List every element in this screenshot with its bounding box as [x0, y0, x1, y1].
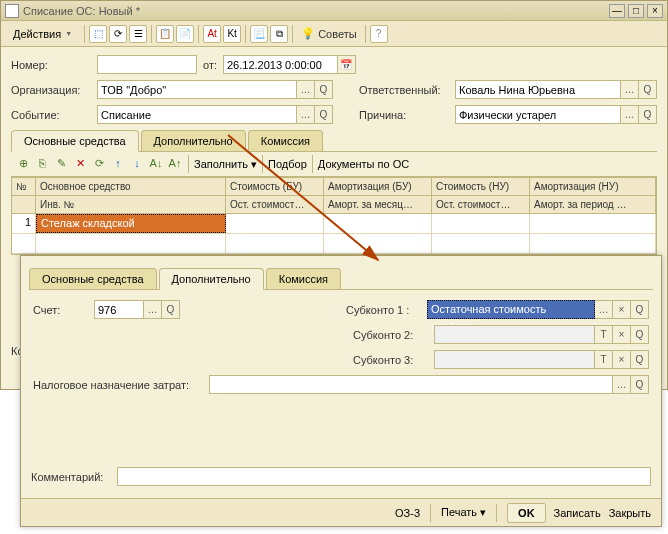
sub-comment-label: Комментарий: [31, 471, 111, 483]
tab-additional[interactable]: Дополнительно [141, 130, 246, 151]
col-num[interactable]: № [12, 178, 36, 195]
sub-tab-main[interactable]: Основные средства [29, 268, 157, 289]
dropdown-icon[interactable]: … [621, 80, 639, 99]
event-label: Событие: [11, 109, 91, 121]
reason-label: Причина: [359, 109, 449, 121]
ok-button[interactable]: OK [507, 503, 546, 523]
col-st-bu[interactable]: Стоимость (БУ) [226, 178, 324, 195]
tax-input[interactable] [209, 375, 613, 394]
sub-tab-additional[interactable]: Дополнительно [159, 268, 264, 290]
col-inv[interactable]: Инв. № [36, 196, 226, 213]
up-icon[interactable]: ↑ [110, 156, 126, 172]
clear-icon[interactable]: × [613, 325, 631, 344]
sort-desc-icon[interactable]: A↑ [167, 156, 183, 172]
col-ost-bu[interactable]: Ост. стоимост… [226, 196, 324, 213]
window-title: Списание ОС: Новый * [23, 5, 609, 17]
toolbar-icon[interactable]: Kt [223, 25, 241, 43]
sk3-input[interactable] [434, 350, 595, 369]
add-icon[interactable]: ⊕ [15, 156, 31, 172]
clear-icon[interactable]: × [613, 350, 631, 369]
event-input[interactable] [97, 105, 297, 124]
toolbar-icon[interactable]: 📃 [250, 25, 268, 43]
text-icon[interactable]: T [595, 350, 613, 369]
tips-link[interactable]: 💡Советы [297, 25, 360, 42]
dropdown-icon[interactable]: … [144, 300, 162, 319]
pick-link[interactable]: Подбор [268, 158, 307, 170]
col-os[interactable]: Основное средство [36, 178, 226, 195]
account-label: Счет: [33, 304, 88, 316]
oz-link[interactable]: ОЗ-3 [395, 507, 420, 519]
sk2-input[interactable] [434, 325, 595, 344]
toolbar-icon[interactable]: ☰ [129, 25, 147, 43]
toolbar-icon[interactable]: 📄 [176, 25, 194, 43]
from-label: от: [203, 59, 217, 71]
search-icon[interactable]: Q [631, 300, 649, 319]
account-input[interactable] [94, 300, 144, 319]
reason-input[interactable] [455, 105, 621, 124]
print-menu[interactable]: Печать ▾ [441, 506, 486, 519]
fill-menu[interactable]: Заполнить ▾ [194, 158, 257, 171]
sub-comment-input[interactable] [117, 467, 651, 486]
docs-link[interactable]: Документы по ОС [318, 158, 409, 170]
save-button[interactable]: Записать [554, 507, 601, 519]
search-icon[interactable]: Q [162, 300, 180, 319]
sub-tab-commission[interactable]: Комиссия [266, 268, 341, 289]
tab-commission[interactable]: Комиссия [248, 130, 323, 151]
search-icon[interactable]: Q [639, 80, 657, 99]
resp-label: Ответственный: [359, 84, 449, 96]
number-input[interactable] [97, 55, 197, 74]
refresh-icon[interactable]: ⟳ [91, 156, 107, 172]
main-grid[interactable]: № Основное средство Стоимость (БУ) Аморт… [11, 177, 657, 255]
search-icon[interactable]: Q [631, 325, 649, 344]
sort-asc-icon[interactable]: A↓ [148, 156, 164, 172]
text-icon[interactable]: T [595, 325, 613, 344]
table-row[interactable] [12, 234, 656, 254]
org-input[interactable] [97, 80, 297, 99]
down-icon[interactable]: ↓ [129, 156, 145, 172]
col-st-nu[interactable]: Стоимость (НУ) [432, 178, 530, 195]
col-am-nu[interactable]: Амортизация (НУ) [530, 178, 656, 195]
number-label: Номер: [11, 59, 91, 71]
search-icon[interactable]: Q [315, 105, 333, 124]
toolbar-icon[interactable]: ⬚ [89, 25, 107, 43]
search-icon[interactable]: Q [631, 375, 649, 394]
dropdown-icon[interactable]: … [621, 105, 639, 124]
help-icon[interactable]: ? [370, 25, 388, 43]
toolbar-icon[interactable]: ⟳ [109, 25, 127, 43]
tax-label: Налоговое назначение затрат: [33, 379, 203, 391]
edit-icon[interactable]: ✎ [53, 156, 69, 172]
close-button[interactable]: Закрыть [609, 507, 651, 519]
col-am-bu[interactable]: Амортизация (БУ) [324, 178, 432, 195]
col-ost-nu[interactable]: Ост. стоимост… [432, 196, 530, 213]
search-icon[interactable]: Q [631, 350, 649, 369]
search-icon[interactable]: Q [639, 105, 657, 124]
actions-menu[interactable]: Действия▼ [5, 26, 80, 42]
dropdown-icon[interactable]: … [595, 300, 613, 319]
copy-icon[interactable]: ⎘ [34, 156, 50, 172]
delete-icon[interactable]: ✕ [72, 156, 88, 172]
table-row[interactable]: 1 Стелаж складской [12, 214, 656, 234]
sk1-input[interactable]: Остаточная стоимость необоро [427, 300, 595, 319]
dropdown-icon[interactable]: … [297, 80, 315, 99]
sk2-label: Субконто 2: [353, 329, 428, 341]
clear-icon[interactable]: × [613, 300, 631, 319]
date-input[interactable] [223, 55, 338, 74]
app-icon [5, 4, 19, 18]
col-am-mes[interactable]: Аморт. за месяц… [324, 196, 432, 213]
toolbar-icon[interactable]: ⧉ [270, 25, 288, 43]
toolbar-icon[interactable]: At [203, 25, 221, 43]
tab-main[interactable]: Основные средства [11, 130, 139, 152]
col-am-per[interactable]: Аморт. за период … [530, 196, 656, 213]
dropdown-icon[interactable]: … [613, 375, 631, 394]
sk1-label: Субконто 1 : [346, 304, 421, 316]
maximize-button[interactable]: □ [628, 4, 644, 18]
minimize-button[interactable]: — [609, 4, 625, 18]
org-label: Организация: [11, 84, 91, 96]
dropdown-icon[interactable]: … [297, 105, 315, 124]
sk3-label: Субконто 3: [353, 354, 428, 366]
search-icon[interactable]: Q [315, 80, 333, 99]
toolbar-icon[interactable]: 📋 [156, 25, 174, 43]
calendar-icon[interactable]: 📅 [338, 55, 356, 74]
resp-input[interactable] [455, 80, 621, 99]
close-button[interactable]: × [647, 4, 663, 18]
